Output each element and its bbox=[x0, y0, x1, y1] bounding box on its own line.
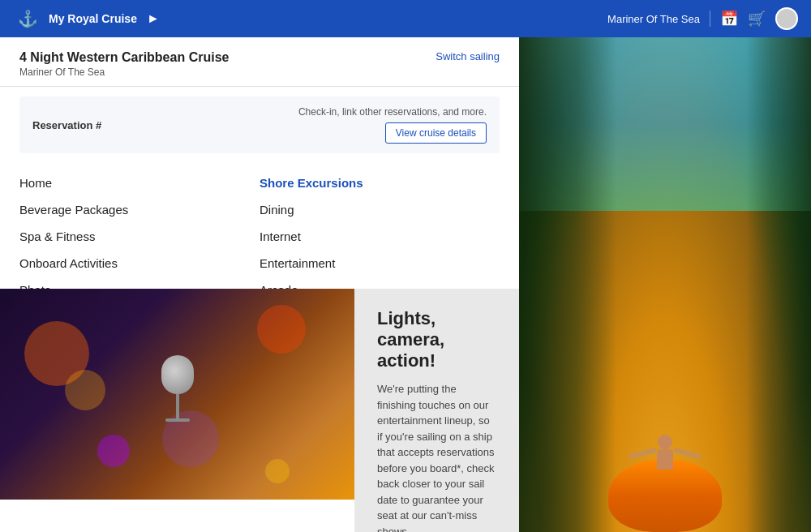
nav-item-beverage[interactable]: Beverage Packages bbox=[19, 203, 260, 217]
reservation-desc: Check-in, link other reservations, and m… bbox=[298, 106, 487, 118]
microphone-graphic bbox=[153, 355, 202, 420]
kayak-background bbox=[519, 37, 811, 532]
forward-icon: ► bbox=[147, 11, 160, 26]
person-head bbox=[658, 435, 672, 449]
kayak-boat bbox=[600, 435, 730, 532]
app-title: My Royal Cruise bbox=[49, 12, 137, 25]
nav-item-shore[interactable]: Shore Excursions bbox=[260, 176, 500, 190]
cruise-info-bar: 4 Night Western Caribbean Cruise Mariner… bbox=[0, 37, 519, 87]
main-content: 4 Night Western Caribbean Cruise Mariner… bbox=[0, 37, 811, 532]
nav-item-onboard[interactable]: Onboard Activities bbox=[19, 256, 260, 270]
paddle-right bbox=[673, 448, 702, 460]
nav-item-home[interactable]: Home bbox=[19, 176, 260, 190]
mic-stand bbox=[176, 394, 179, 418]
header-right: Mariner Of The Sea 📅 🛒 bbox=[607, 7, 798, 30]
left-panel: 4 Night Western Caribbean Cruise Mariner… bbox=[0, 37, 519, 532]
nav-item-entertainment[interactable]: Entertainment bbox=[260, 256, 500, 270]
nav-col-2: Shore Excursions Dining Internet Enterta… bbox=[260, 176, 500, 297]
entertainment-text-panel: Lights, camera, action! We're putting th… bbox=[354, 289, 519, 532]
paddle-left bbox=[629, 448, 657, 460]
cruise-ship: Mariner Of The Sea bbox=[19, 66, 229, 78]
mic-base bbox=[165, 418, 190, 422]
header-left: ⚓ My Royal Cruise ► bbox=[13, 4, 160, 33]
bokeh-light-2 bbox=[65, 370, 105, 410]
right-panel-image bbox=[519, 37, 811, 532]
nav-item-dining[interactable]: Dining bbox=[260, 203, 500, 217]
calendar-icon[interactable]: 📅 bbox=[720, 10, 738, 28]
entertainment-image bbox=[0, 289, 354, 500]
mic-head bbox=[161, 355, 194, 394]
nav-item-spa[interactable]: Spa & Fitness bbox=[19, 230, 260, 243]
entertainment-description: We're putting the finishing touches on o… bbox=[377, 381, 496, 532]
view-cruise-button[interactable]: View cruise details bbox=[385, 122, 487, 144]
avatar[interactable] bbox=[775, 7, 798, 30]
kayaker-person bbox=[653, 435, 677, 475]
bokeh-light-4 bbox=[97, 435, 130, 467]
nav-col-1: Home Beverage Packages Spa & Fitness Onb… bbox=[19, 176, 260, 297]
app-header: ⚓ My Royal Cruise ► Mariner Of The Sea 📅… bbox=[0, 0, 811, 37]
reservation-bar: Reservation # Check-in, link other reser… bbox=[19, 97, 500, 153]
bottom-section: Lights, camera, action! We're putting th… bbox=[0, 289, 519, 532]
entertainment-title: Lights, camera, action! bbox=[377, 308, 496, 371]
cart-icon[interactable]: 🛒 bbox=[748, 10, 766, 28]
person-body bbox=[657, 449, 673, 470]
cruise-title: 4 Night Western Caribbean Cruise bbox=[19, 50, 229, 65]
nav-item-internet[interactable]: Internet bbox=[260, 230, 500, 243]
nav-menu: Home Beverage Packages Spa & Fitness Onb… bbox=[0, 163, 519, 310]
header-ship-name: Mariner Of The Sea bbox=[607, 13, 700, 25]
bokeh-light-3 bbox=[257, 305, 306, 354]
switch-sailing-link[interactable]: Switch sailing bbox=[436, 50, 500, 62]
bokeh-light-5 bbox=[265, 459, 290, 483]
royal-caribbean-logo: ⚓ bbox=[13, 4, 42, 33]
header-divider bbox=[710, 11, 710, 27]
cruise-details: 4 Night Western Caribbean Cruise Mariner… bbox=[19, 50, 229, 78]
reservation-right: Check-in, link other reservations, and m… bbox=[298, 106, 487, 144]
tree-right-overlay bbox=[746, 37, 811, 532]
entertainment-content: Lights, camera, action! We're putting th… bbox=[377, 308, 496, 532]
svg-text:⚓: ⚓ bbox=[18, 9, 38, 28]
reservation-label: Reservation # bbox=[32, 119, 101, 131]
